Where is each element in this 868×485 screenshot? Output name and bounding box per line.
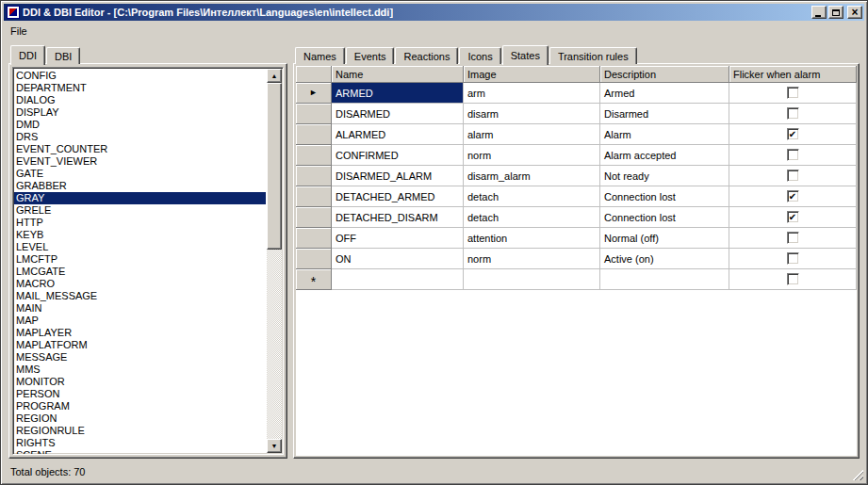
cell-description[interactable]: Alarm bbox=[600, 124, 729, 145]
cell-image[interactable]: norm bbox=[464, 249, 600, 269]
list-item[interactable]: DEPARTMENT bbox=[14, 82, 266, 94]
cell-flicker[interactable] bbox=[729, 83, 857, 104]
list-item[interactable]: LMCFTP bbox=[14, 253, 266, 266]
row-header[interactable] bbox=[296, 186, 332, 207]
cell-name[interactable] bbox=[332, 269, 464, 290]
cell-description[interactable]: Normal (off) bbox=[600, 228, 729, 249]
list-item[interactable]: KEYB bbox=[14, 229, 266, 241]
list-item[interactable]: GRABBER bbox=[14, 180, 266, 192]
column-header[interactable]: Description bbox=[600, 66, 729, 83]
cell-description[interactable]: Not ready bbox=[600, 166, 729, 186]
cell-name[interactable]: ALARMED bbox=[332, 124, 464, 145]
list-item[interactable]: MAPLATFORM bbox=[14, 339, 266, 351]
list-item[interactable]: MACRO bbox=[14, 278, 266, 290]
scroll-down-button[interactable]: ▼ bbox=[267, 439, 282, 453]
flicker-checkbox[interactable] bbox=[787, 149, 799, 161]
cell-description[interactable]: Armed bbox=[600, 83, 729, 104]
list-item[interactable]: GATE bbox=[14, 168, 266, 180]
list-item[interactable]: DRS bbox=[14, 131, 266, 143]
row-header[interactable] bbox=[296, 207, 332, 228]
list-item[interactable]: MONITOR bbox=[14, 376, 266, 388]
list-item[interactable]: MAP bbox=[14, 315, 266, 327]
cell-flicker[interactable] bbox=[729, 269, 857, 290]
cell-name[interactable]: OFF bbox=[332, 228, 464, 249]
cell-image[interactable]: attention bbox=[464, 228, 600, 249]
cell-name[interactable]: DETACHED_ARMED bbox=[332, 186, 464, 207]
tab-icons[interactable]: Icons bbox=[459, 47, 500, 64]
scrollbar-thumb[interactable] bbox=[267, 83, 282, 250]
cell-flicker[interactable]: ✔ bbox=[729, 186, 857, 207]
column-header[interactable]: Name bbox=[332, 66, 464, 83]
flicker-checkbox[interactable] bbox=[787, 107, 799, 120]
scrollbar-track[interactable] bbox=[267, 250, 282, 439]
close-button[interactable]: × bbox=[847, 6, 862, 19]
cell-description[interactable]: Disarmed bbox=[600, 104, 729, 124]
row-header[interactable] bbox=[296, 228, 332, 249]
cell-flicker[interactable] bbox=[729, 104, 857, 124]
cell-image[interactable]: detach bbox=[464, 207, 600, 228]
list-item[interactable]: REGIONRULE bbox=[14, 425, 266, 437]
list-item[interactable]: MAIL_MESSAGE bbox=[14, 290, 266, 302]
cell-flicker[interactable] bbox=[729, 249, 857, 269]
tab-dbi[interactable]: DBI bbox=[46, 47, 80, 64]
list-item[interactable]: RIGHTS bbox=[14, 437, 266, 449]
flicker-checkbox[interactable]: ✔ bbox=[787, 128, 799, 140]
list-item[interactable]: REGION bbox=[14, 412, 266, 425]
list-item[interactable]: DISPLAY bbox=[14, 106, 266, 119]
row-header[interactable]: * bbox=[296, 269, 332, 290]
cell-name[interactable]: DISARMED bbox=[332, 104, 464, 124]
row-header[interactable] bbox=[296, 249, 332, 269]
cell-name[interactable]: CONFIRMED bbox=[332, 145, 464, 166]
cell-description[interactable]: Connection lost bbox=[600, 207, 729, 228]
cell-description[interactable]: Alarm accepted bbox=[600, 145, 729, 166]
column-header[interactable]: Image bbox=[464, 66, 600, 83]
list-scrollbar[interactable]: ▲ ▼ bbox=[267, 69, 282, 453]
row-header[interactable] bbox=[296, 166, 332, 186]
cell-image[interactable] bbox=[464, 269, 600, 290]
row-header[interactable] bbox=[296, 104, 332, 124]
cell-flicker[interactable]: ✔ bbox=[729, 124, 857, 145]
cell-name[interactable]: DETACHED_DISARM bbox=[332, 207, 464, 228]
list-item[interactable]: GRAY bbox=[14, 192, 266, 204]
cell-image[interactable]: alarm bbox=[464, 124, 600, 145]
list-item[interactable]: LMCGATE bbox=[14, 266, 266, 278]
cell-description[interactable]: Connection lost bbox=[600, 186, 729, 207]
cell-flicker[interactable] bbox=[729, 166, 857, 186]
flicker-checkbox[interactable] bbox=[787, 170, 799, 182]
minimize-button[interactable] bbox=[811, 6, 827, 19]
scroll-up-button[interactable]: ▲ bbox=[267, 69, 282, 83]
column-header[interactable]: Flicker when alarm bbox=[729, 66, 857, 83]
list-item[interactable]: LEVEL bbox=[14, 241, 266, 253]
list-item[interactable]: DIALOG bbox=[14, 94, 266, 106]
list-item[interactable]: MAPLAYER bbox=[14, 327, 266, 339]
cell-flicker[interactable] bbox=[729, 145, 857, 166]
list-item[interactable]: MESSAGE bbox=[14, 351, 266, 364]
list-item[interactable]: PERSON bbox=[14, 388, 266, 400]
tab-transition-rules[interactable]: Transition rules bbox=[549, 47, 637, 64]
cell-image[interactable]: norm bbox=[464, 145, 600, 166]
flicker-checkbox[interactable] bbox=[787, 232, 799, 244]
tab-names[interactable]: Names bbox=[295, 47, 345, 64]
cell-description[interactable]: Active (on) bbox=[600, 249, 729, 269]
flicker-checkbox[interactable]: ✔ bbox=[787, 190, 799, 202]
list-item[interactable]: PROGRAM bbox=[14, 400, 266, 412]
cell-description[interactable] bbox=[600, 269, 729, 290]
flicker-checkbox[interactable] bbox=[787, 252, 799, 265]
tab-ddi[interactable]: DDI bbox=[10, 45, 45, 65]
resize-grip[interactable] bbox=[851, 468, 863, 480]
list-item[interactable]: GRELE bbox=[14, 204, 266, 217]
list-item[interactable]: HTTP bbox=[14, 217, 266, 229]
flicker-checkbox[interactable] bbox=[787, 273, 799, 285]
tab-reactions[interactable]: Reactions bbox=[395, 47, 458, 64]
list-item[interactable]: MAIN bbox=[14, 302, 266, 315]
list-item[interactable]: EVENT_COUNTER bbox=[14, 143, 266, 155]
cell-flicker[interactable] bbox=[729, 228, 857, 249]
row-header[interactable] bbox=[296, 124, 332, 145]
tab-states[interactable]: States bbox=[502, 45, 549, 65]
list-item[interactable]: MMS bbox=[14, 364, 266, 376]
cell-image[interactable]: arm bbox=[464, 83, 600, 104]
cell-image[interactable]: disarm_alarm bbox=[464, 166, 600, 186]
cell-image[interactable]: detach bbox=[464, 186, 600, 207]
cell-flicker[interactable]: ✔ bbox=[729, 207, 857, 228]
menu-file[interactable]: File bbox=[4, 24, 34, 40]
